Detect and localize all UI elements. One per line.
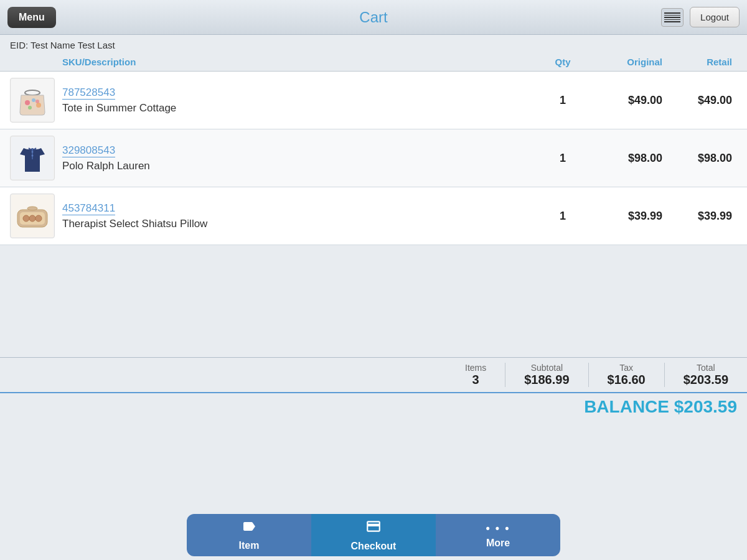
item-original-2: $98.00	[588, 152, 662, 165]
item-qty-1: 1	[538, 94, 588, 107]
summary-bar: Items 3 Subtotal $186.99 Tax $16.60 Tota…	[0, 357, 747, 393]
item-qty-3: 1	[538, 210, 588, 223]
item-retail-2: $98.00	[662, 152, 737, 165]
svg-point-4	[36, 103, 41, 108]
item-tab-icon	[242, 519, 256, 538]
cart-items-list: 787528543 Tote in Summer Cottage 1 $49.0…	[0, 72, 747, 245]
col-header-retail: Retail	[662, 57, 737, 67]
empty-space	[0, 245, 747, 357]
summary-subtotal: Subtotal $186.99	[505, 363, 588, 387]
svg-point-17	[27, 207, 37, 210]
tab-more[interactable]: • • • More	[436, 514, 560, 556]
total-label: Total	[697, 363, 715, 373]
item-name-3: Therapist Select Shiatsu Pillow	[62, 218, 538, 230]
svg-point-6	[35, 100, 39, 103]
svg-point-15	[29, 215, 35, 222]
subtotal-label: Subtotal	[531, 363, 563, 373]
item-sku-2: 329808543	[62, 144, 115, 157]
item-qty-2: 1	[538, 152, 588, 165]
page-layout: Menu Cart Logout EID: Test Name Test Las…	[0, 0, 747, 560]
item-info-3: 453784311 Therapist Select Shiatsu Pillo…	[62, 202, 538, 230]
item-info-2: 329808543 Polo Ralph Lauren	[62, 144, 538, 172]
table-header: SKU/Description Qty Original Retail	[0, 53, 747, 72]
header-right: Logout	[661, 7, 740, 27]
items-value: 3	[472, 373, 479, 387]
barcode-icon[interactable]	[661, 8, 684, 27]
item-image-1	[10, 78, 55, 123]
more-tab-label: More	[486, 538, 510, 549]
tab-checkout[interactable]: Checkout	[311, 514, 436, 556]
tab-group: Item Checkout • • • More	[187, 514, 560, 556]
header: Menu Cart Logout	[0, 0, 747, 35]
col-header-sku: SKU/Description	[10, 57, 538, 67]
balance-amount: BALANCE $203.59	[584, 397, 737, 416]
item-original-3: $39.99	[588, 210, 662, 223]
item-image-2	[10, 136, 55, 180]
svg-point-2	[25, 100, 30, 105]
item-image-3	[10, 194, 55, 238]
svg-point-10	[32, 155, 34, 157]
svg-point-5	[28, 106, 32, 110]
logout-button[interactable]: Logout	[690, 7, 740, 27]
tab-bar: Item Checkout • • • More	[0, 510, 747, 560]
col-header-qty: Qty	[538, 57, 588, 67]
items-label: Items	[465, 363, 486, 373]
checkout-tab-icon	[365, 518, 382, 538]
tax-label: Tax	[619, 363, 633, 373]
more-tab-icon: • • •	[486, 522, 510, 535]
content-area: EID: Test Name Test Last SKU/Description…	[0, 35, 747, 510]
item-retail-3: $39.99	[662, 210, 737, 223]
page-title: Cart	[359, 9, 387, 26]
balance-row: BALANCE $203.59	[0, 393, 747, 419]
item-sku-1: 787528543	[62, 86, 115, 100]
menu-button[interactable]: Menu	[7, 7, 56, 28]
item-tab-label: Item	[239, 540, 260, 551]
tax-value: $16.60	[608, 373, 646, 387]
item-retail-1: $49.00	[662, 94, 737, 107]
table-row[interactable]: 329808543 Polo Ralph Lauren 1 $98.00 $98…	[0, 129, 747, 187]
item-info-1: 787528543 Tote in Summer Cottage	[62, 86, 538, 114]
table-row[interactable]: 453784311 Therapist Select Shiatsu Pillo…	[0, 187, 747, 245]
summary-tax: Tax $16.60	[589, 363, 665, 387]
tab-item[interactable]: Item	[187, 514, 311, 556]
item-original-1: $49.00	[588, 94, 662, 107]
table-row[interactable]: 787528543 Tote in Summer Cottage 1 $49.0…	[0, 72, 747, 129]
eid-info: EID: Test Name Test Last	[0, 35, 747, 53]
item-name-1: Tote in Summer Cottage	[62, 102, 538, 114]
summary-items: Items 3	[446, 363, 505, 387]
summary-total: Total $203.59	[665, 363, 747, 387]
svg-point-3	[32, 98, 35, 102]
item-sku-3: 453784311	[62, 202, 115, 215]
svg-point-16	[35, 215, 42, 222]
col-header-original: Original	[588, 57, 662, 67]
total-value: $203.59	[684, 373, 728, 387]
subtotal-value: $186.99	[524, 373, 569, 387]
item-name-2: Polo Ralph Lauren	[62, 160, 538, 172]
checkout-tab-label: Checkout	[351, 541, 397, 552]
svg-point-9	[32, 151, 34, 153]
svg-point-14	[23, 215, 29, 222]
